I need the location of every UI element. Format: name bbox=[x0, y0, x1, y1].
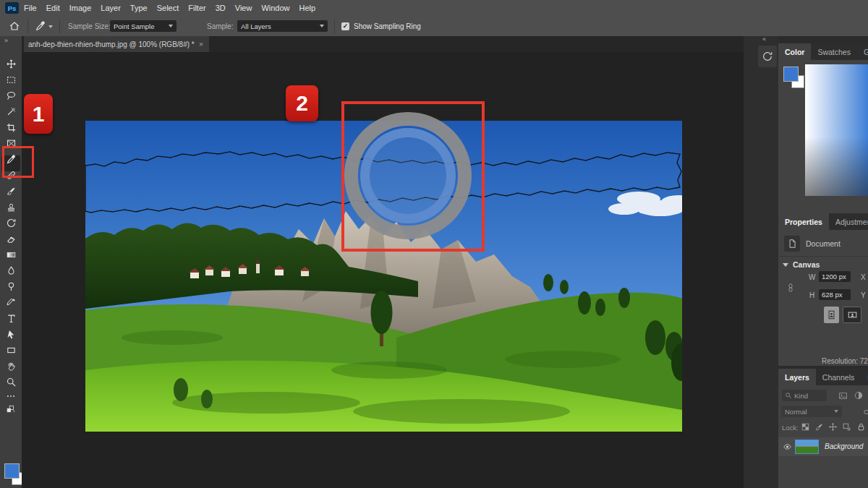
zoom-tool[interactable] bbox=[0, 374, 22, 390]
blur-drop-icon bbox=[6, 265, 17, 276]
clone-stamp-tool[interactable] bbox=[0, 199, 22, 215]
tab-gradients[interactable]: Gradients bbox=[857, 43, 868, 60]
pen-tool[interactable] bbox=[0, 294, 22, 310]
expand-toolbar-icon[interactable]: » bbox=[4, 37, 8, 44]
rectangular-marquee-tool[interactable] bbox=[0, 72, 22, 87]
width-input[interactable]: 1200 px bbox=[819, 271, 851, 282]
gradient-tool[interactable] bbox=[0, 247, 22, 262]
menu-edit[interactable]: Edit bbox=[46, 4, 60, 12]
history-brush-tool[interactable] bbox=[0, 215, 22, 231]
lock-pixels-icon[interactable] bbox=[814, 422, 824, 432]
photoshop-window: Ps File Edit Image Layer Type Select Fil… bbox=[0, 0, 868, 488]
path-selection-tool[interactable] bbox=[0, 326, 22, 342]
sample-select[interactable]: All Layers bbox=[237, 20, 328, 32]
eyedropper-tool-icon[interactable] bbox=[35, 20, 46, 32]
tab-adjustments[interactable]: Adjustments bbox=[829, 213, 868, 230]
menu-view[interactable]: View bbox=[235, 4, 252, 12]
layer-visibility-eye-icon[interactable] bbox=[782, 442, 793, 451]
menu-select[interactable]: Select bbox=[157, 4, 179, 12]
move-tool[interactable] bbox=[0, 56, 22, 72]
canvas-section-label: Canvas bbox=[793, 260, 820, 269]
menu-layer[interactable]: Layer bbox=[101, 4, 121, 12]
photoshop-logo[interactable]: Ps bbox=[5, 2, 19, 14]
menu-bar: Ps File Edit Image Layer Type Select Fil… bbox=[0, 0, 868, 17]
document-type-label: Document bbox=[806, 239, 841, 248]
blend-mode-select[interactable]: Normal bbox=[781, 406, 842, 417]
filter-image-icon[interactable] bbox=[838, 391, 848, 401]
sample-value: All Layers bbox=[241, 22, 271, 30]
layer-thumbnail[interactable] bbox=[795, 440, 819, 454]
filter-adjustment-icon[interactable] bbox=[854, 390, 864, 401]
menu-help[interactable]: Help bbox=[299, 4, 316, 12]
orientation-landscape-button[interactable] bbox=[843, 307, 861, 323]
layers-panel-tabs: Layers Channels Paths bbox=[778, 369, 868, 385]
show-sampling-ring-label: Show Sampling Ring bbox=[354, 22, 421, 30]
divider bbox=[27, 19, 28, 33]
width-label: W bbox=[809, 273, 815, 281]
lock-position-icon[interactable] bbox=[828, 422, 838, 432]
sample-label: Sample: bbox=[207, 22, 234, 30]
sample-size-label: Sample Size: bbox=[68, 22, 111, 30]
step-2-label: 2 bbox=[286, 85, 318, 121]
foreground-color-swatch[interactable] bbox=[4, 463, 20, 479]
history-panel-button[interactable] bbox=[758, 46, 777, 67]
hand-tool[interactable] bbox=[0, 358, 22, 374]
chevron-down-icon[interactable] bbox=[48, 25, 53, 28]
properties-panel-tabs: Properties Adjustments bbox=[778, 213, 868, 230]
panel-dock-strip: « bbox=[744, 36, 778, 488]
document-tab[interactable]: anh-dep-thien-nhien-thump.jpg @ 100% (RG… bbox=[24, 36, 209, 52]
tab-paths[interactable]: Paths bbox=[861, 369, 868, 385]
chevron-down-icon bbox=[320, 25, 324, 27]
lasso-icon bbox=[6, 90, 17, 101]
canvas-section-chevron-icon[interactable] bbox=[783, 263, 788, 267]
menu-file[interactable]: File bbox=[24, 4, 37, 12]
height-value: 628 px bbox=[822, 291, 843, 299]
x-label: X bbox=[861, 273, 866, 281]
collapse-panels-icon[interactable]: « bbox=[762, 35, 766, 43]
tab-layers[interactable]: Layers bbox=[778, 369, 816, 385]
color-panel-tabs: Color Swatches Gradients bbox=[778, 43, 868, 60]
eraser-icon bbox=[6, 234, 17, 244]
default-swap-colors[interactable] bbox=[0, 403, 22, 416]
eraser-tool[interactable] bbox=[0, 231, 22, 247]
dodge-tool[interactable] bbox=[0, 278, 22, 294]
menu-type[interactable]: Type bbox=[130, 4, 148, 12]
layer-filter-value: Kind bbox=[794, 392, 808, 400]
orientation-portrait-button[interactable] bbox=[824, 307, 839, 323]
lock-all-icon[interactable] bbox=[856, 422, 866, 432]
layer-row-background[interactable]: Background bbox=[778, 437, 868, 456]
tab-properties[interactable]: Properties bbox=[778, 213, 829, 230]
tab-channels[interactable]: Channels bbox=[816, 369, 861, 385]
type-tool[interactable] bbox=[0, 310, 22, 326]
brush-tool[interactable] bbox=[0, 183, 22, 199]
show-sampling-ring-checkbox[interactable]: ✓ bbox=[341, 22, 349, 30]
tab-swatches[interactable]: Swatches bbox=[811, 43, 857, 60]
height-input[interactable]: 628 px bbox=[819, 289, 851, 300]
layer-filter-select[interactable]: Kind bbox=[782, 390, 827, 401]
lasso-tool[interactable] bbox=[0, 87, 22, 103]
tab-color[interactable]: Color bbox=[778, 43, 811, 60]
crop-tool[interactable] bbox=[0, 119, 22, 135]
link-dimensions-icon[interactable] bbox=[786, 276, 796, 299]
sample-size-select[interactable]: Point Sample bbox=[110, 20, 176, 32]
menu-image[interactable]: Image bbox=[69, 4, 92, 12]
menu-3d[interactable]: 3D bbox=[216, 4, 226, 12]
step-1-label: 1 bbox=[24, 94, 53, 134]
menu-filter[interactable]: Filter bbox=[188, 4, 205, 12]
color-picker-field[interactable] bbox=[805, 64, 868, 196]
blur-tool[interactable] bbox=[0, 262, 22, 278]
rectangle-tool[interactable] bbox=[0, 342, 22, 358]
quick-selection-tool[interactable] bbox=[0, 103, 22, 119]
document-tab-bar: anh-dep-thien-nhien-thump.jpg @ 100% (RG… bbox=[22, 36, 744, 52]
lock-artboard-icon[interactable] bbox=[842, 422, 851, 432]
divider bbox=[59, 19, 60, 33]
home-icon[interactable] bbox=[9, 20, 20, 32]
lock-transparency-icon[interactable] bbox=[801, 422, 810, 432]
edit-toolbar-button[interactable] bbox=[0, 390, 22, 403]
close-tab-icon[interactable]: × bbox=[199, 40, 203, 48]
menu-window[interactable]: Window bbox=[261, 4, 289, 12]
foreground-color-swatch-panel[interactable] bbox=[783, 67, 799, 82]
hand-icon bbox=[6, 361, 17, 372]
tool-bar: » bbox=[0, 36, 22, 488]
step-1-highlight-box bbox=[2, 146, 34, 178]
